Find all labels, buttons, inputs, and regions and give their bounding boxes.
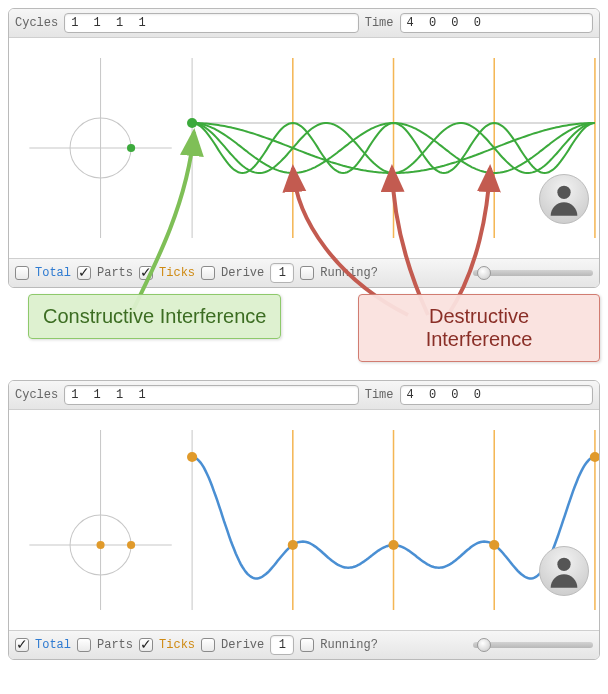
panel1-top-bar: Cycles 1 1 1 1 Time 4 0 0 0 — [9, 9, 599, 38]
time-input[interactable]: 4 0 0 0 — [400, 13, 593, 33]
running-checkbox[interactable] — [300, 638, 314, 652]
derive-input[interactable]: 1 — [270, 263, 294, 283]
total-label: Total — [35, 266, 71, 280]
parts-label: Parts — [97, 266, 133, 280]
speed-slider[interactable] — [473, 270, 593, 276]
svg-point-3 — [127, 144, 135, 152]
ticks-checkbox[interactable] — [139, 266, 153, 280]
running-checkbox[interactable] — [300, 266, 314, 280]
svg-point-16 — [127, 541, 135, 549]
ticks-label: Ticks — [159, 638, 195, 652]
derive-input[interactable]: 1 — [270, 635, 294, 655]
speed-slider[interactable] — [473, 642, 593, 648]
ticks-label: Ticks — [159, 266, 195, 280]
svg-point-15 — [96, 541, 104, 549]
derive-checkbox[interactable] — [201, 266, 215, 280]
total-label: Total — [35, 638, 71, 652]
panel2-chart — [9, 410, 599, 630]
derive-label: Derive — [221, 266, 264, 280]
panel2-bottom-bar: Total Parts Ticks Derive 1 Running? — [9, 630, 599, 659]
time-label: Time — [365, 16, 394, 30]
panel-total: Cycles 1 1 1 1 Time 4 0 0 0 Total Parts … — [8, 380, 600, 660]
total-checkbox[interactable] — [15, 638, 29, 652]
running-label: Running? — [320, 266, 378, 280]
fourier-avatar-icon — [539, 174, 589, 224]
panel2-top-bar: Cycles 1 1 1 1 Time 4 0 0 0 — [9, 381, 599, 410]
panel-parts: Cycles 1 1 1 1 Time 4 0 0 0 — [8, 8, 600, 288]
panel1-bottom-bar: Total Parts Ticks Derive 1 Running? — [9, 258, 599, 287]
destructive-annotation: Destructive Interference — [358, 294, 600, 362]
derive-checkbox[interactable] — [201, 638, 215, 652]
parts-checkbox[interactable] — [77, 266, 91, 280]
svg-point-10 — [187, 118, 197, 128]
panel1-chart — [9, 38, 599, 258]
ticks-checkbox[interactable] — [139, 638, 153, 652]
fourier-avatar-icon — [539, 546, 589, 596]
time-input[interactable]: 4 0 0 0 — [400, 385, 593, 405]
svg-point-27 — [557, 558, 570, 571]
cycles-label: Cycles — [15, 16, 58, 30]
parts-checkbox[interactable] — [77, 638, 91, 652]
total-chart-svg — [9, 410, 599, 630]
running-label: Running? — [320, 638, 378, 652]
svg-point-11 — [557, 186, 570, 199]
total-checkbox[interactable] — [15, 266, 29, 280]
cycles-input[interactable]: 1 1 1 1 — [64, 13, 359, 33]
constructive-annotation: Constructive Interference — [28, 294, 281, 339]
parts-label: Parts — [97, 638, 133, 652]
cycles-input[interactable]: 1 1 1 1 — [64, 385, 359, 405]
parts-chart-svg — [9, 38, 599, 258]
cycles-label: Cycles — [15, 388, 58, 402]
derive-label: Derive — [221, 638, 264, 652]
time-label: Time — [365, 388, 394, 402]
